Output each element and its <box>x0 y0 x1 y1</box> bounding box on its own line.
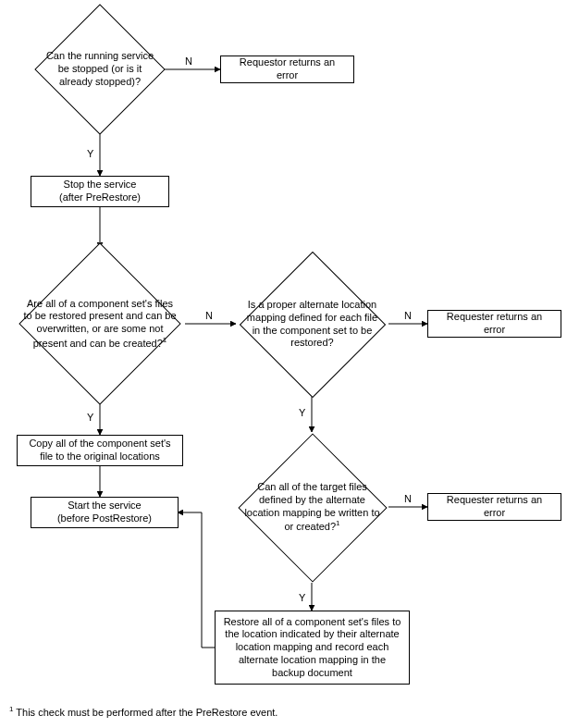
process-requester-error-2: Requester returns an error <box>427 310 561 338</box>
process-restore-alternate-label: Restore all of a component set's files t… <box>223 616 401 680</box>
decision-targets-writable: Can all of the target files defined by t… <box>236 432 388 583</box>
decision-can-service-stop: Can the running service be stopped (or i… <box>35 6 165 132</box>
decision-alt-mapping-defined-label: Is a proper alternate location mapping d… <box>236 299 388 350</box>
edge-d2-no: N <box>205 310 213 321</box>
decision-alt-mapping-defined: Is a proper alternate location mapping d… <box>236 257 388 391</box>
decision-files-present: Are all of a component set's files to be… <box>15 248 185 400</box>
decision-targets-writable-label: Can all of the target files defined by t… <box>236 481 388 534</box>
edge-d1-yes: Y <box>87 148 93 159</box>
process-restore-alternate: Restore all of a component set's files t… <box>215 611 410 685</box>
process-stop-service: Stop the service (after PreRestore) <box>31 176 169 207</box>
process-requester-error-2-label: Requester returns an error <box>436 311 553 337</box>
process-requester-error-3: Requester returns an error <box>427 493 561 521</box>
process-requestor-error-1-label: Requestor returns an error <box>228 56 346 82</box>
edge-d4-yes: Y <box>299 592 305 603</box>
process-copy-to-original-label: Copy all of the component set's file to … <box>25 438 175 463</box>
process-requestor-error-1: Requestor returns an error <box>220 56 354 83</box>
edge-d3-no: N <box>404 310 412 321</box>
process-copy-to-original: Copy all of the component set's file to … <box>17 435 183 466</box>
process-requester-error-3-label: Requester returns an error <box>436 494 553 520</box>
footnote-text: This check must be performed after the P… <box>13 707 277 718</box>
edge-d2-yes: Y <box>87 412 93 423</box>
edge-d3-yes: Y <box>299 407 305 418</box>
process-start-service-label: Start the service (before PostRestore) <box>57 500 152 525</box>
edge-d1-no: N <box>185 56 192 67</box>
process-stop-service-label: Stop the service (after PreRestore) <box>59 179 141 204</box>
edge-d4-no: N <box>404 493 412 504</box>
footnote: 1 This check must be performed after the… <box>9 705 277 718</box>
decision-files-present-label: Are all of a component set's files to be… <box>15 298 185 351</box>
process-start-service: Start the service (before PostRestore) <box>31 497 179 528</box>
decision-can-service-stop-label: Can the running service be stopped (or i… <box>35 50 165 88</box>
